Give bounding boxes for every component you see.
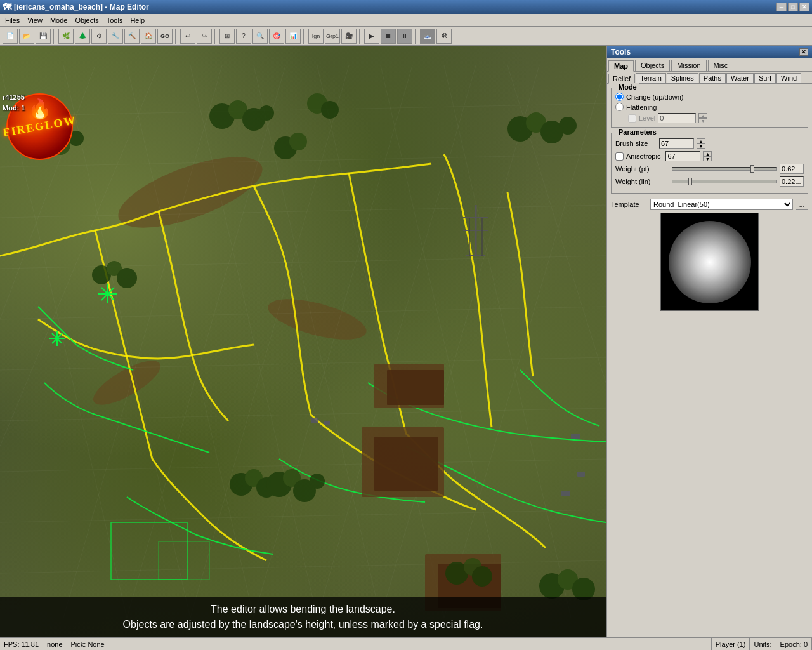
map-view[interactable]: r41255 Mod: 1 🔥 FIREGLOW The editor allo… xyxy=(0,46,606,637)
svg-line-17 xyxy=(254,65,381,618)
tab-surf[interactable]: Surf xyxy=(754,73,776,83)
toolbar-pause[interactable]: ⏸ xyxy=(397,29,412,44)
svg-rect-43 xyxy=(362,427,444,497)
r-value-overlay: r41255 xyxy=(3,93,25,101)
brush-size-input[interactable] xyxy=(659,138,694,149)
toolbar-btn3[interactable]: ⚙ xyxy=(91,29,107,44)
level-label: Level xyxy=(639,114,655,122)
svg-point-1 xyxy=(264,291,370,348)
toolbar-btn1[interactable]: 🌿 xyxy=(58,29,74,44)
app-icon: 🗺 xyxy=(3,2,11,12)
weight-lin-slider-track[interactable] xyxy=(672,180,777,183)
aniso-input[interactable] xyxy=(665,151,700,161)
brush-size-spin-up[interactable]: ▲ xyxy=(697,138,705,143)
svg-line-23 xyxy=(381,65,539,618)
svg-line-40 xyxy=(52,333,62,343)
close-button[interactable]: ✕ xyxy=(799,3,809,11)
menu-help[interactable]: Help xyxy=(126,15,148,25)
aniso-checkbox[interactable] xyxy=(615,152,624,161)
toolbar-btn2[interactable]: 🌲 xyxy=(75,29,90,44)
tab-water[interactable]: Water xyxy=(726,73,754,83)
template-select[interactable]: Round_Linear(50) Round_Sharp(50) Square_… xyxy=(650,199,793,210)
menu-view[interactable]: View xyxy=(23,15,46,25)
params-group-label: Parameters xyxy=(617,128,658,136)
toolbar-terrain-view[interactable]: 🗻 xyxy=(420,29,435,44)
aniso-spin-down[interactable]: ▼ xyxy=(703,156,712,161)
toolbar-go[interactable]: GO xyxy=(157,29,173,44)
svg-rect-31 xyxy=(111,522,187,580)
toolbar-target[interactable]: 🎯 xyxy=(269,29,284,44)
toolbar-play[interactable]: ▶ xyxy=(364,29,379,44)
level-spin-down[interactable]: ▼ xyxy=(698,118,707,123)
menu-objects[interactable]: Objects xyxy=(71,15,102,25)
mod-overlay: Mod: 1 xyxy=(3,104,25,112)
tab-wind[interactable]: Wind xyxy=(776,73,801,83)
tab-splines[interactable]: Splines xyxy=(667,73,698,83)
svg-line-10 xyxy=(0,459,606,472)
svg-line-25 xyxy=(254,65,412,618)
titlebar-left: 🗺 [iericans_omaha_beach] - Map Editor xyxy=(3,2,149,12)
toolbar-open[interactable]: 📂 xyxy=(19,29,34,44)
svg-point-67 xyxy=(117,268,137,288)
tab-paths[interactable]: Paths xyxy=(699,73,726,83)
menubar: Files View Mode Objects Tools Help xyxy=(0,14,812,27)
svg-point-69 xyxy=(245,469,263,487)
toolbar-redo[interactable]: ↪ xyxy=(197,29,212,44)
tab-objects[interactable]: Objects xyxy=(635,60,670,71)
weight-pt-value[interactable] xyxy=(780,164,804,174)
weight-pt-slider-thumb[interactable] xyxy=(750,165,754,173)
weight-lin-slider-thumb[interactable] xyxy=(688,178,692,185)
svg-line-14 xyxy=(63,65,190,618)
menu-tools[interactable]: Tools xyxy=(103,15,127,25)
svg-line-26 xyxy=(190,65,349,618)
svg-line-22 xyxy=(444,65,606,618)
svg-point-80 xyxy=(464,558,481,576)
toolbar-save[interactable]: 💾 xyxy=(36,29,51,44)
level-input[interactable] xyxy=(658,113,696,123)
level-spin-up[interactable]: ▲ xyxy=(698,113,707,118)
mode-change-radio[interactable] xyxy=(615,93,624,101)
svg-point-60 xyxy=(259,105,274,121)
aniso-spin-up[interactable]: ▲ xyxy=(703,151,712,156)
brush-size-spin-down[interactable]: ▼ xyxy=(697,143,705,149)
mode-flatten-radio[interactable] xyxy=(615,103,624,111)
template-row: Template Round_Linear(50) Round_Sharp(50… xyxy=(611,199,808,210)
tab-map[interactable]: Map xyxy=(608,60,634,72)
window-title: [iericans_omaha_beach] - Map Editor xyxy=(14,3,149,11)
level-checkbox[interactable] xyxy=(628,114,636,123)
weight-lin-value[interactable] xyxy=(780,176,804,187)
brush-size-label: Brush size xyxy=(615,140,657,147)
toolbar-search[interactable]: 🔍 xyxy=(252,29,268,44)
toolbar-undo[interactable]: ↩ xyxy=(180,29,195,44)
menu-mode[interactable]: Mode xyxy=(46,15,72,25)
svg-point-70 xyxy=(256,477,277,498)
menu-files[interactable]: Files xyxy=(1,15,23,25)
toolbar-btn5[interactable]: 🔨 xyxy=(124,29,140,44)
tab-terrain[interactable]: Terrain xyxy=(636,73,666,83)
toolbar-cam3[interactable]: 🎥 xyxy=(341,29,357,44)
maximize-button[interactable]: □ xyxy=(788,3,798,11)
tab-mission[interactable]: Mission xyxy=(671,60,706,71)
toolbar-tools-toggle[interactable]: 🛠 xyxy=(436,29,452,44)
toolbar-stop[interactable]: ⏹ xyxy=(381,29,396,44)
toolbar-cam2[interactable]: Grp1 xyxy=(325,29,340,44)
toolbar-grid[interactable]: ⊞ xyxy=(219,29,235,44)
svg-line-39 xyxy=(52,333,62,343)
toolbar-btn4[interactable]: 🔧 xyxy=(108,29,123,44)
tools-title: Tools xyxy=(611,48,631,56)
toolbar-cam1[interactable]: Ign xyxy=(308,29,324,44)
tab-misc[interactable]: Misc xyxy=(708,60,734,71)
toolbar-btn6[interactable]: 🏠 xyxy=(141,29,156,44)
svg-point-81 xyxy=(472,566,492,587)
tools-close-button[interactable]: ✕ xyxy=(799,48,808,56)
toolbar-stats[interactable]: 📊 xyxy=(285,29,301,44)
svg-point-2 xyxy=(88,353,166,413)
toolbar-sep6 xyxy=(415,29,417,44)
template-more-button[interactable]: ... xyxy=(796,199,808,210)
minimize-button[interactable]: ─ xyxy=(776,3,787,11)
toolbar-help[interactable]: ? xyxy=(236,29,251,44)
tab-relief[interactable]: Relief xyxy=(608,74,635,84)
weight-pt-slider-track[interactable] xyxy=(672,167,777,171)
toolbar-new[interactable]: 📄 xyxy=(3,29,18,44)
svg-line-35 xyxy=(102,288,114,300)
